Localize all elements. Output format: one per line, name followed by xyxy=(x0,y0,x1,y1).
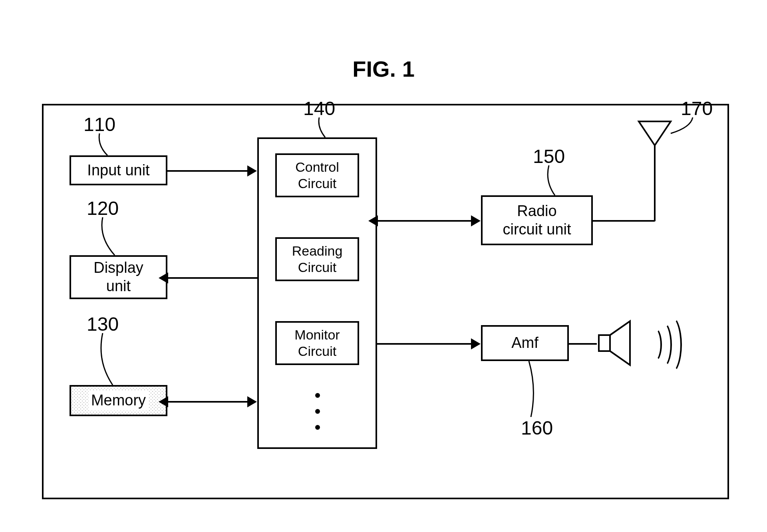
svg-marker-2 xyxy=(639,121,671,145)
reading-circuit-label: Reading Circuit xyxy=(292,243,343,276)
reading-circuit-block: Reading Circuit xyxy=(275,237,359,281)
ref-120: 120 xyxy=(87,197,119,219)
wire-antenna-radio xyxy=(593,220,655,222)
leader-140 xyxy=(315,117,331,139)
arrowhead xyxy=(471,338,481,349)
conn-center-amf xyxy=(377,343,472,345)
ref-170: 170 xyxy=(681,97,713,119)
radio-label: Radio circuit unit xyxy=(503,202,571,238)
leader-150 xyxy=(545,165,561,197)
monitor-circuit-label: Monitor Circuit xyxy=(294,327,340,359)
display-unit-label: Display unit xyxy=(93,259,143,295)
ref-110: 110 xyxy=(83,113,115,135)
diagram-frame: Input unit Display unit Memory Control C… xyxy=(42,104,729,499)
control-circuit-block: Control Circuit xyxy=(275,153,359,197)
arrowhead xyxy=(471,215,481,226)
speaker-icon xyxy=(595,315,651,371)
amf-label: Amf xyxy=(511,334,538,352)
leader-110 xyxy=(95,133,115,157)
fig-title: FIG. 1 xyxy=(0,56,767,82)
conn-center-radio xyxy=(377,220,472,222)
arrowhead xyxy=(368,215,378,226)
radio-block: Radio circuit unit xyxy=(481,195,593,245)
conn-input-center xyxy=(167,170,247,172)
dot xyxy=(315,409,320,414)
input-unit-block: Input unit xyxy=(70,155,167,185)
arrowhead xyxy=(159,396,168,407)
ref-140: 140 xyxy=(303,97,335,119)
ref-130: 130 xyxy=(87,313,119,335)
leader-120 xyxy=(99,217,123,257)
conn-center-display xyxy=(167,277,257,279)
svg-marker-1 xyxy=(610,321,630,365)
sound-arc xyxy=(659,315,682,374)
leader-130 xyxy=(99,333,123,387)
dot xyxy=(315,393,320,398)
leader-170 xyxy=(669,117,697,137)
arrowhead xyxy=(159,272,168,284)
ref-160: 160 xyxy=(521,417,553,439)
memory-block: Memory xyxy=(70,385,167,416)
memory-label: Memory xyxy=(89,391,148,411)
dot xyxy=(315,425,320,430)
arrowhead xyxy=(247,165,257,177)
input-unit-label: Input unit xyxy=(87,161,149,180)
display-unit-block: Display unit xyxy=(70,255,167,299)
arrowhead xyxy=(247,396,257,407)
svg-rect-0 xyxy=(599,335,610,351)
monitor-circuit-block: Monitor Circuit xyxy=(275,321,359,365)
conn-memory-center xyxy=(167,401,247,403)
leader-160 xyxy=(527,361,543,417)
amf-block: Amf xyxy=(481,325,569,361)
conn-amf-speaker xyxy=(569,343,597,345)
control-circuit-label: Control Circuit xyxy=(295,159,339,192)
ref-150: 150 xyxy=(533,145,565,167)
